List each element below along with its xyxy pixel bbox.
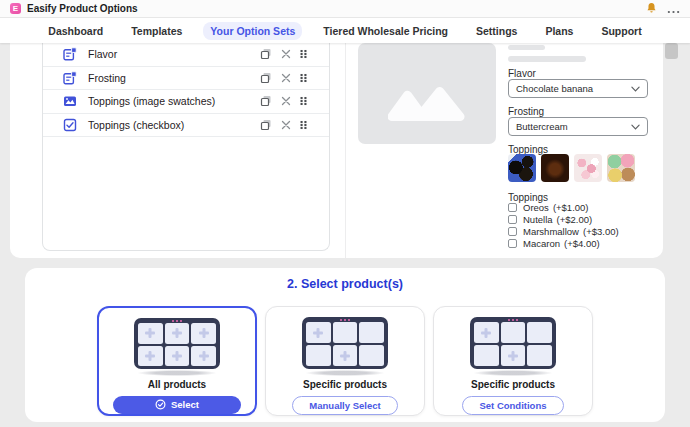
tab-plans[interactable]: Plans — [538, 22, 580, 40]
frosting-select-value: Buttercream — [516, 121, 568, 132]
tab-settings[interactable]: Settings — [469, 22, 524, 40]
topping-swatch-oreos[interactable] — [508, 154, 536, 182]
checkbox-option-marshmallow[interactable]: Marshmallow (+$3.00) — [508, 227, 619, 236]
button-label: Select — [171, 399, 199, 410]
product-grid-illustration — [302, 317, 388, 369]
tab-dashboard[interactable]: Dashboard — [41, 22, 110, 40]
manually-select-button[interactable]: Manually Select — [292, 396, 397, 415]
checkbox[interactable] — [508, 203, 517, 212]
flavor-select-value: Chocolate banana — [516, 83, 593, 94]
image-swatch-icon — [63, 94, 77, 108]
chevron-down-icon — [631, 83, 640, 94]
illustration-shadow — [474, 370, 552, 375]
flavor-label: Flavor — [508, 68, 536, 79]
card-label: All products — [148, 379, 206, 390]
card-specific-products-conditions[interactable]: Specific products Set Conditions — [433, 306, 593, 416]
tab-your-option-sets[interactable]: Your Option Sets — [203, 22, 302, 40]
chevron-down-icon — [631, 121, 640, 132]
illustration-shadow — [306, 370, 384, 375]
product-grid-illustration — [134, 318, 220, 369]
mountains-icon — [388, 84, 466, 126]
drag-handle-icon[interactable] — [300, 49, 307, 59]
dropdown-option-icon — [63, 71, 77, 85]
card-all-products[interactable]: All products Select — [97, 306, 257, 416]
option-row-frosting[interactable]: Frosting — [43, 67, 329, 91]
checkbox-option-icon — [63, 118, 77, 132]
skeleton-line — [508, 45, 545, 50]
card-label: Specific products — [471, 379, 555, 390]
easify-logo-icon: E — [10, 3, 21, 14]
product-grid-illustration — [470, 317, 556, 369]
delete-icon[interactable] — [281, 49, 291, 59]
delete-icon[interactable] — [281, 73, 291, 83]
topping-swatch-macaron[interactable] — [607, 154, 635, 182]
drag-handle-icon[interactable] — [300, 73, 307, 83]
duplicate-icon[interactable] — [260, 119, 272, 131]
option-set-card: Flavor Frosting Toppings (image swatch — [10, 43, 663, 258]
option-row-toppings-checkbox[interactable]: Toppings (checkbox) — [43, 114, 329, 138]
option-row-label: Flavor — [88, 48, 117, 60]
checkbox-price: (+$1.00) — [553, 202, 589, 213]
scrollbar-thumb[interactable] — [665, 43, 678, 59]
frosting-label: Frosting — [508, 106, 544, 117]
option-row-flavor[interactable]: Flavor — [43, 43, 329, 67]
more-options-icon[interactable] — [667, 0, 680, 18]
option-row-label: Frosting — [88, 72, 126, 84]
button-label: Manually Select — [309, 400, 380, 411]
checkbox-price: (+$2.00) — [557, 214, 593, 225]
checkbox-label: Nutella — [523, 214, 553, 225]
tab-support[interactable]: Support — [594, 22, 648, 40]
main-nav: Dashboard Templates Your Option Sets Tie… — [0, 18, 690, 43]
delete-icon[interactable] — [281, 96, 291, 106]
dropdown-option-icon — [63, 47, 77, 61]
select-products-card: 2. Select product(s) All products Select — [25, 268, 665, 422]
checkbox-option-macaron[interactable]: Macaron (+$4.00) — [508, 239, 619, 248]
checkbox-price: (+$4.00) — [564, 238, 600, 249]
option-row-label: Toppings (image swatches) — [88, 95, 215, 107]
flavor-select[interactable]: Chocolate banana — [508, 79, 648, 98]
panel-divider — [345, 43, 346, 258]
select-products-title: 2. Select product(s) — [25, 277, 665, 291]
card-specific-products-manual[interactable]: Specific products Manually Select — [265, 306, 425, 416]
duplicate-icon[interactable] — [260, 48, 272, 60]
checkbox[interactable] — [508, 215, 517, 224]
drag-handle-icon[interactable] — [300, 96, 307, 106]
delete-icon[interactable] — [281, 120, 291, 130]
drag-handle-icon[interactable] — [300, 120, 307, 130]
option-list-panel: Flavor Frosting Toppings (image swatch — [42, 43, 330, 251]
skeleton-line — [508, 56, 586, 62]
duplicate-icon[interactable] — [260, 95, 272, 107]
toppings-swatch-group — [508, 154, 635, 182]
checkbox-label: Macaron — [523, 238, 560, 249]
duplicate-icon[interactable] — [260, 72, 272, 84]
button-label: Set Conditions — [479, 400, 546, 411]
topping-swatch-chocolate[interactable] — [541, 154, 569, 182]
set-conditions-button[interactable]: Set Conditions — [462, 396, 563, 415]
app-header: E Easify Product Options — [0, 0, 690, 18]
notification-bell-icon[interactable] — [646, 0, 657, 18]
checkbox-option-nutella[interactable]: Nutella (+$2.00) — [508, 215, 619, 224]
checkbox[interactable] — [508, 239, 517, 248]
frosting-select[interactable]: Buttercream — [508, 117, 648, 136]
app-title: Easify Product Options — [27, 3, 138, 14]
select-button[interactable]: Select — [113, 396, 241, 415]
option-row-toppings-swatches[interactable]: Toppings (image swatches) — [43, 90, 329, 114]
tab-tiered-wholesale-pricing[interactable]: Tiered Wholesale Pricing — [316, 22, 455, 40]
product-image-placeholder — [358, 43, 496, 144]
checkbox-price: (+$3.00) — [583, 226, 619, 237]
illustration-shadow — [138, 370, 216, 375]
option-preview-form: Flavor Chocolate banana Frosting Butterc… — [508, 43, 658, 258]
checkbox-label: Marshmallow — [523, 226, 579, 237]
checkbox-label: Oreos — [523, 202, 549, 213]
topping-swatch-marshmallow[interactable] — [574, 154, 602, 182]
check-circle-icon — [155, 399, 166, 410]
checkbox-option-oreos[interactable]: Oreos (+$1.00) — [508, 203, 619, 212]
tab-templates[interactable]: Templates — [124, 22, 189, 40]
card-label: Specific products — [303, 379, 387, 390]
option-row-label: Toppings (checkbox) — [88, 119, 184, 131]
toppings-checkbox-group: Oreos (+$1.00) Nutella (+$2.00) Marshmal… — [508, 203, 619, 251]
checkbox[interactable] — [508, 227, 517, 236]
